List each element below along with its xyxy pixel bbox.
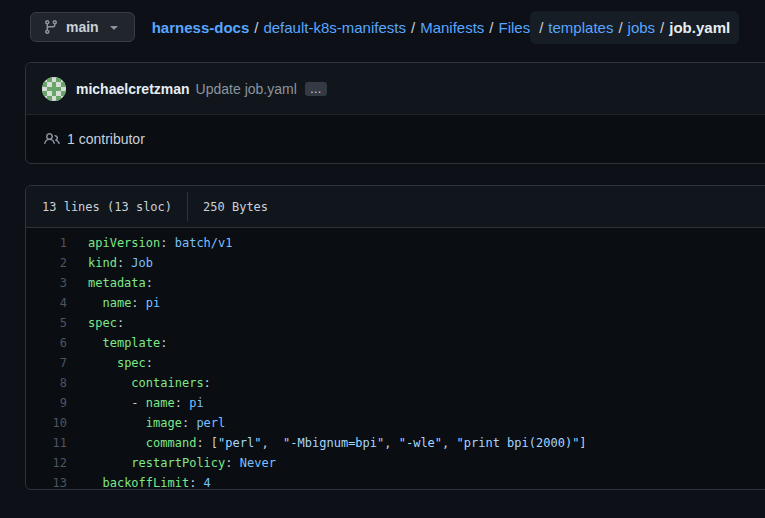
line-number[interactable]: 9: [26, 393, 67, 413]
code-line: 12 restartPolicy: Never: [26, 453, 765, 473]
line-number[interactable]: 3: [26, 273, 67, 293]
commit-expand-button[interactable]: …: [305, 82, 327, 96]
code-line: 13 backoffLimit: 4: [26, 473, 765, 493]
chevron-down-icon: [106, 19, 122, 35]
contributors-bar: 1 contributor: [26, 115, 765, 163]
breadcrumb-link[interactable]: templates: [548, 19, 613, 36]
code-line: 7 spec:: [26, 353, 765, 373]
page: { "colors": { "page_bg": "#0d1117", "pan…: [0, 0, 765, 518]
commit-author-link[interactable]: michaelcretzman: [76, 81, 190, 97]
code-line: 3metadata:: [26, 273, 765, 293]
line-number[interactable]: 4: [26, 293, 67, 313]
code-line: 4 name: pi: [26, 293, 765, 313]
breadcrumb-separator: /: [254, 19, 258, 36]
line-number[interactable]: 6: [26, 333, 67, 353]
commit-message[interactable]: Update job.yaml: [196, 81, 297, 97]
breadcrumb-separator: /: [660, 19, 664, 36]
code-line: 8 containers:: [26, 373, 765, 393]
contributors-link[interactable]: 1 contributor: [67, 131, 145, 147]
avatar[interactable]: [42, 77, 66, 101]
code-line: 1apiVersion: batch/v1: [26, 233, 765, 253]
latest-commit-bar: michaelcretzman Update job.yaml …: [26, 63, 765, 115]
breadcrumb-row: main harness-docs/default-k8s-manifests/…: [30, 11, 739, 43]
commit-box: michaelcretzman Update job.yaml … 1 cont…: [25, 62, 765, 164]
code-line-content: name: pi: [67, 293, 160, 313]
code-line: 5spec:: [26, 313, 765, 333]
line-number[interactable]: 5: [26, 313, 67, 333]
breadcrumb-link[interactable]: jobs: [628, 19, 656, 36]
people-icon: [44, 131, 60, 147]
line-number[interactable]: 2: [26, 253, 67, 273]
branch-name: main: [66, 19, 99, 35]
breadcrumb-highlight: /templates/jobs/job.yaml: [530, 11, 739, 44]
line-number[interactable]: 1: [26, 233, 67, 253]
breadcrumb-separator: /: [618, 19, 622, 36]
code-line-content: metadata:: [67, 273, 153, 293]
file-size-info: 250 Bytes: [203, 200, 268, 214]
breadcrumb-repo-link[interactable]: harness-docs: [152, 19, 250, 36]
breadcrumb-separator: /: [489, 19, 493, 36]
code-line-content: spec:: [67, 353, 153, 373]
line-number[interactable]: 7: [26, 353, 67, 373]
code-line-content: template:: [67, 333, 167, 353]
branch-selector-button[interactable]: main: [30, 12, 135, 42]
line-number[interactable]: 8: [26, 373, 67, 393]
code-line-content: kind: Job: [67, 253, 153, 273]
breadcrumb: harness-docs/default-k8s-manifests/Manif…: [152, 11, 739, 44]
file-header-divider: [187, 192, 188, 221]
code-line: 10 image: perl: [26, 413, 765, 433]
line-number[interactable]: 11: [26, 433, 67, 453]
breadcrumb-link[interactable]: Files: [499, 19, 531, 36]
breadcrumb-link[interactable]: Manifests: [420, 19, 484, 36]
code-line-content: command: ["perl", "-Mbignum=bpi", "-wle"…: [67, 433, 587, 453]
file-lines-info: 13 lines (13 sloc): [42, 200, 172, 214]
code-line: 9 - name: pi: [26, 393, 765, 413]
file-box: 13 lines (13 sloc) 250 Bytes 1apiVersion…: [25, 185, 765, 490]
breadcrumb-link[interactable]: default-k8s-manifests: [263, 19, 406, 36]
code-line-content: image: perl: [67, 413, 225, 433]
code-line: 6 template:: [26, 333, 765, 353]
git-branch-icon: [43, 19, 59, 35]
breadcrumb-separator: /: [411, 19, 415, 36]
line-number[interactable]: 13: [26, 473, 67, 493]
code-line-content: restartPolicy: Never: [67, 453, 276, 473]
breadcrumb-current-file: job.yaml: [669, 19, 730, 36]
code-view: 1apiVersion: batch/v12kind: Job3metadata…: [26, 228, 765, 498]
line-number[interactable]: 10: [26, 413, 67, 433]
line-number[interactable]: 12: [26, 453, 67, 473]
code-line-content: - name: pi: [67, 393, 204, 413]
breadcrumb-separator: /: [539, 19, 543, 36]
code-line-content: backoffLimit: 4: [67, 473, 211, 493]
code-line-content: spec:: [67, 313, 124, 333]
code-line: 11 command: ["perl", "-Mbignum=bpi", "-w…: [26, 433, 765, 453]
code-line: 2kind: Job: [26, 253, 765, 273]
code-line-content: containers:: [67, 373, 211, 393]
code-line-content: apiVersion: batch/v1: [67, 233, 233, 253]
file-header: 13 lines (13 sloc) 250 Bytes: [26, 186, 765, 228]
